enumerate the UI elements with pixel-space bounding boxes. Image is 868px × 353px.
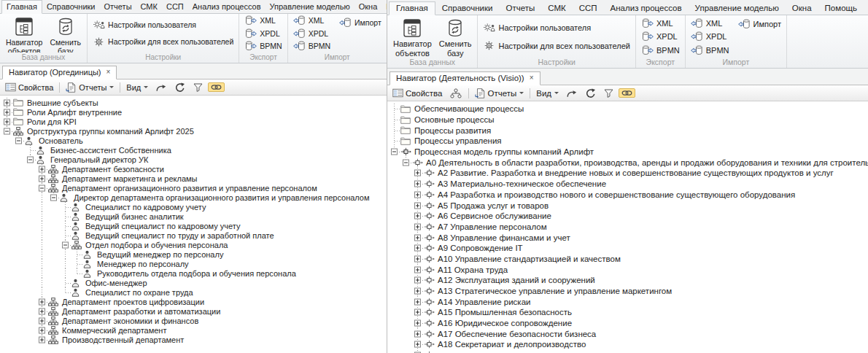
ribbon-tab[interactable]: ССП <box>162 1 188 13</box>
tree-item[interactable]: A2 Развитие. Разработка и внедрение новы… <box>387 168 868 179</box>
expand-expander[interactable] <box>414 170 421 176</box>
reports-button[interactable]: Отчеты <box>63 82 116 93</box>
tree-item[interactable]: Оргструктура группы компаний Арлифт 2025 <box>0 126 387 136</box>
expand-expander[interactable] <box>4 118 10 125</box>
tree-item[interactable]: Ведущий бизнес аналитик <box>0 212 387 221</box>
tree-item[interactable]: A5 Продажа услуг и товаров <box>387 200 868 211</box>
tree-item[interactable]: A9 Сопровождение IT <box>387 243 868 254</box>
tree-item[interactable]: A16 Юридическое сопровождение <box>387 318 868 329</box>
expand-expander[interactable] <box>39 317 45 324</box>
tree-item[interactable]: Генеральный директор УК <box>0 155 387 164</box>
ribbon-tab[interactable]: Окна <box>354 1 382 13</box>
ribbon-tab[interactable]: Помощь <box>818 2 864 15</box>
filter-button[interactable] <box>601 88 616 99</box>
expand-expander[interactable] <box>414 181 421 187</box>
link-button[interactable] <box>619 88 635 98</box>
expand-expander[interactable] <box>414 234 421 241</box>
expand-expander[interactable] <box>414 191 421 198</box>
all-users-settings-button[interactable]: Настройки для всех пользователей <box>91 36 235 48</box>
import-xpdl-button[interactable]: XPDL <box>689 31 731 42</box>
tree-item[interactable]: A12 Эксплуатация зданий и сооружений <box>387 275 868 286</box>
navigate-button[interactable] <box>152 82 170 93</box>
tree-item[interactable]: Специалист по охране труда <box>0 287 387 297</box>
user-settings-button[interactable]: Настройки пользователя <box>91 18 198 31</box>
expand-expander[interactable] <box>414 330 421 337</box>
tree-item[interactable]: Офис-менеджер <box>0 278 387 287</box>
expand-expander[interactable] <box>39 175 45 182</box>
tree-item[interactable] <box>387 350 868 353</box>
navigate-button[interactable] <box>563 88 581 99</box>
import-xml-button[interactable]: XML <box>689 18 731 29</box>
refresh-button[interactable] <box>583 87 599 99</box>
export-xml-button[interactable]: XML <box>640 18 675 29</box>
tree-item[interactable]: Департамент организационного развития и … <box>0 183 387 193</box>
tree-item[interactable]: Департамент разработки и автоматизации <box>0 306 387 316</box>
tree-item[interactable]: Ведущий специалист по кадровому учету <box>0 221 387 230</box>
expand-expander[interactable] <box>414 277 421 284</box>
ribbon-tab[interactable]: Справочники <box>42 1 100 13</box>
tree-item[interactable]: Процессы развития <box>387 125 868 136</box>
tree-item[interactable]: Роли для KPI <box>0 117 387 126</box>
tree-item[interactable]: Роли Арлифт внутренние <box>0 107 387 117</box>
tree-item[interactable]: Директор департамента организационного р… <box>0 193 387 202</box>
tree-item[interactable]: A3 Материально-техническое обеспечение <box>387 179 868 190</box>
tree-item[interactable]: Департамент безопасности <box>0 164 387 174</box>
ribbon-tab[interactable]: Анализ процессов <box>604 2 689 15</box>
ribbon-tab[interactable]: Справочники <box>435 2 500 15</box>
tree-item[interactable]: A15 Промышленная безопасность <box>387 307 868 318</box>
tree-item[interactable]: Обеспечивающие процессы <box>387 104 868 115</box>
import-button[interactable]: Импорт <box>737 18 783 30</box>
expand-expander[interactable] <box>414 202 421 209</box>
tree-item[interactable]: A4 Разработка и производство нового и со… <box>387 190 868 201</box>
document-tab[interactable]: Навигатор (Деятельность (Visio))× <box>390 71 540 85</box>
tree-item[interactable]: Департамент экономики и финансов <box>0 316 387 325</box>
import-bpmn-button[interactable]: BPMN <box>689 44 731 56</box>
ribbon-tab[interactable]: Отчеты <box>100 1 136 13</box>
ribbon-tab[interactable]: Управление моделью <box>689 2 786 15</box>
ribbon-tab[interactable]: ССП <box>573 2 604 15</box>
tree-item[interactable]: Специалист по кадровому учету <box>0 202 387 212</box>
import-button[interactable]: Импорт <box>338 17 383 28</box>
ribbon-tab[interactable]: Управление моделью <box>266 1 354 13</box>
expand-expander[interactable] <box>414 341 421 348</box>
collapse-expander[interactable] <box>50 194 57 201</box>
tree-item[interactable]: Коммерческий департамент <box>0 325 387 335</box>
expand-expander[interactable] <box>414 266 421 273</box>
ribbon-tab[interactable]: СМК <box>541 2 572 15</box>
properties-button[interactable]: Свойства <box>3 82 55 93</box>
expand-expander[interactable] <box>39 298 45 305</box>
properties-button[interactable]: Свойства <box>390 88 445 98</box>
all-users-settings-button[interactable]: Настройки для всех пользователей <box>481 39 631 52</box>
expand-expander[interactable] <box>414 255 421 262</box>
close-icon[interactable]: × <box>530 74 534 82</box>
tree-item[interactable]: A14 Управление рискаи <box>387 296 868 307</box>
tree-item[interactable]: Производственный департамент <box>0 335 387 344</box>
expand-expander[interactable] <box>414 309 421 316</box>
ribbon-tab[interactable]: Отчеты <box>499 2 541 15</box>
tree-item[interactable]: Департамент проектов цифровизации <box>0 297 387 306</box>
collapse-expander[interactable] <box>4 128 10 134</box>
ribbon-tab[interactable]: Помощь <box>381 1 387 13</box>
export-bpmn-button[interactable]: BPMN <box>243 40 283 52</box>
object-navigator-button[interactable]: Навигаторобъектов <box>390 17 435 58</box>
tree-item[interactable]: Департамент маркетинга и рекламы <box>0 174 387 183</box>
ribbon-tab[interactable]: Главная <box>389 1 435 15</box>
import-bpmn-button[interactable]: BPMN <box>292 40 332 52</box>
tree-item[interactable]: A18 Секретариат и делопроизводство <box>387 339 868 350</box>
export-xpdl-button[interactable]: XPDL <box>640 31 679 42</box>
tree-item[interactable]: Ведущий менеджер по персоналу <box>0 249 387 259</box>
expand-expander[interactable] <box>39 308 45 314</box>
ribbon-tab[interactable]: Окна <box>786 2 818 15</box>
expand-expander[interactable] <box>414 288 421 295</box>
collapse-expander[interactable] <box>15 137 22 144</box>
collapse-expander[interactable] <box>27 156 34 163</box>
expand-expander[interactable] <box>4 109 10 115</box>
collapse-expander[interactable] <box>403 159 409 166</box>
tree-item[interactable]: Ведущий специалист по труду и заработной… <box>0 230 387 240</box>
tree-item[interactable]: A11 Охрана труда <box>387 264 868 275</box>
import-xml-button[interactable]: XML <box>292 15 332 26</box>
tree-item[interactable]: A8 Управление финансами и учет <box>387 232 868 243</box>
expand-expander[interactable] <box>414 213 421 220</box>
view-button[interactable]: Вид <box>124 82 150 93</box>
tree-item[interactable]: Руководитель отдела подбора и обучения п… <box>0 268 387 278</box>
